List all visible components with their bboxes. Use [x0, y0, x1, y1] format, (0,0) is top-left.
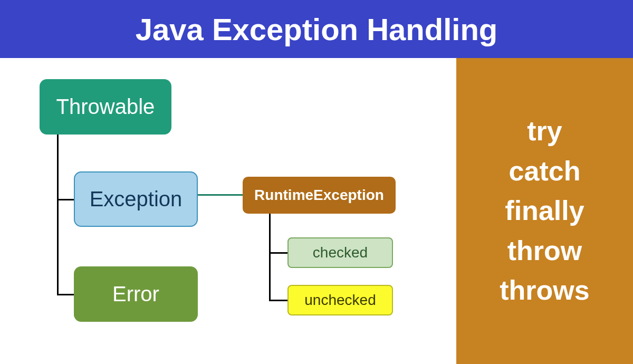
keyword-catch: catch	[509, 154, 581, 189]
node-throwable: Throwable	[40, 79, 171, 135]
node-label: RuntimeException	[254, 187, 384, 204]
keyword-finally: finally	[505, 193, 584, 229]
connector-line	[269, 214, 271, 301]
node-label: Error	[112, 282, 159, 306]
connector-line	[269, 252, 287, 254]
connector-line	[57, 135, 59, 295]
keywords-sidebar: try catch finally throw throws	[456, 58, 633, 364]
keyword-throws: throws	[500, 273, 589, 309]
hierarchy-diagram: Throwable Exception Error RuntimeExcepti…	[0, 58, 456, 364]
keyword-try: try	[527, 113, 562, 149]
node-label: Throwable	[56, 95, 155, 119]
connector-line	[198, 194, 243, 196]
connector-line	[269, 300, 287, 301]
keyword-throw: throw	[507, 233, 582, 269]
node-exception: Exception	[74, 171, 198, 227]
node-label: checked	[313, 244, 368, 261]
connector-line	[57, 199, 74, 200]
node-error: Error	[74, 266, 198, 322]
page-title: Java Exception Handling	[136, 12, 498, 47]
node-runtime-exception: RuntimeException	[243, 177, 396, 214]
connector-line	[57, 294, 74, 295]
title-banner: Java Exception Handling	[0, 0, 633, 58]
node-label: Exception	[90, 187, 183, 211]
node-unchecked: unchecked	[287, 285, 393, 315]
node-label: unchecked	[304, 292, 376, 309]
node-checked: checked	[287, 237, 393, 268]
